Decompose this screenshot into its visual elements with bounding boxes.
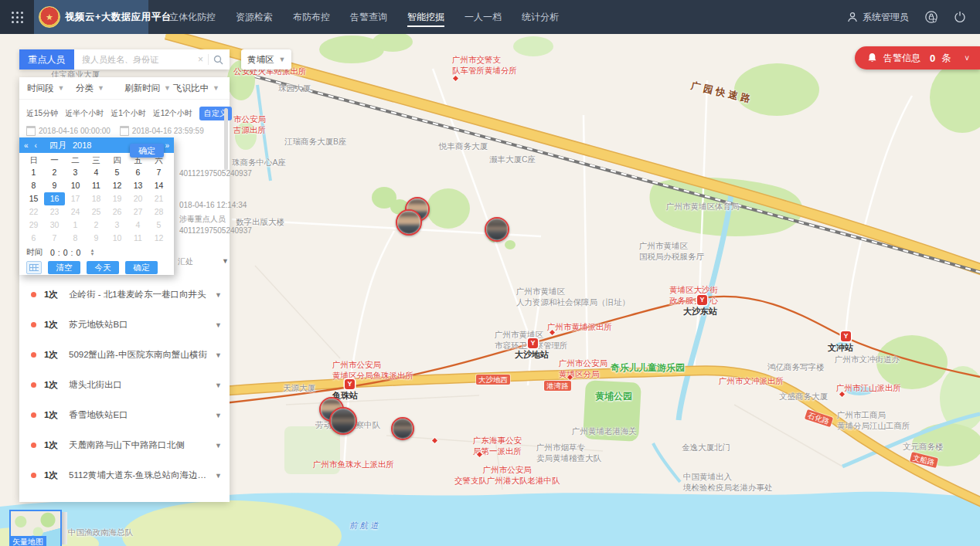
calendar-day[interactable]: 5 (148, 219, 169, 232)
filter-item[interactable]: 刷新时间▼ (124, 83, 173, 94)
calendar-day[interactable]: 25 (86, 205, 107, 219)
logout-button[interactable] (954, 11, 966, 23)
time-values[interactable]: 0:0:0 (47, 248, 83, 257)
prev-month-button[interactable]: ‹ (35, 141, 37, 150)
picker-button[interactable]: 今天 (87, 261, 119, 274)
quick-time-option[interactable]: 近1个小时 (111, 108, 146, 119)
list-item[interactable]: 1次企岭街 - 北1巷麦岭东一巷口向井头▼ (19, 280, 230, 310)
search-input[interactable] (80, 54, 193, 65)
calendar-day[interactable]: 21 (148, 192, 169, 205)
time-stepper[interactable]: ▲▼ (90, 249, 94, 256)
step-down-icon[interactable]: ▼ (90, 253, 94, 256)
calendar-day[interactable]: 10 (65, 179, 86, 192)
calendar-day[interactable]: 11 (86, 179, 107, 192)
clear-search-icon[interactable]: × (198, 54, 203, 65)
nav-item[interactable]: 布防布控 (283, 0, 340, 34)
calendar-grid-button[interactable] (26, 261, 42, 274)
calendar-day[interactable]: 26 (107, 205, 128, 219)
time-value[interactable]: 0 (73, 248, 84, 257)
calendar-day[interactable]: 3 (65, 166, 86, 179)
nav-item[interactable]: 资源检索 (226, 0, 283, 34)
person-photo-marker[interactable] (329, 407, 357, 435)
calendar-day[interactable]: 14 (148, 179, 169, 192)
chevron-down-icon[interactable]: ▼ (215, 291, 222, 299)
calendar-day[interactable]: 11 (128, 232, 148, 245)
nav-item[interactable]: 立体化防控 (159, 0, 226, 34)
calendar-day[interactable]: 1 (23, 166, 44, 179)
quick-time-option[interactable]: 近半个小时 (65, 108, 104, 119)
calendar-day[interactable]: 5 (107, 166, 128, 179)
chevron-down-icon[interactable]: ▼ (215, 321, 222, 329)
search-icon[interactable] (213, 55, 223, 65)
time-value[interactable]: 0 (60, 248, 71, 257)
calendar-day[interactable]: 1 (65, 219, 86, 232)
end-date[interactable]: 2018-04-16 23:59:59 (120, 126, 204, 136)
calendar-day[interactable]: 28 (148, 205, 169, 219)
person-photo-marker[interactable] (391, 417, 414, 440)
calendar-day[interactable]: 29 (23, 219, 44, 232)
prev-year-button[interactable]: « (24, 141, 29, 150)
calendar-day[interactable]: 4 (86, 166, 107, 179)
person-photo-marker[interactable] (485, 217, 509, 242)
nav-item[interactable]: 智能挖掘 (397, 0, 454, 34)
chevron-down-icon[interactable]: ▼ (222, 257, 229, 265)
picker-button[interactable]: 清空 (48, 261, 80, 274)
quick-time-option[interactable]: 近12个小时 (153, 108, 192, 119)
chevron-down-icon[interactable]: ▼ (215, 412, 222, 419)
app-logo[interactable]: ★ 视频云+大数据应用平台 (34, 0, 148, 34)
calendar-day[interactable]: 3 (107, 219, 128, 232)
calendar-day[interactable]: 8 (23, 179, 44, 192)
calendar-day[interactable]: 19 (107, 192, 128, 205)
calendar-month[interactable]: 四月 (49, 140, 66, 151)
list-item[interactable]: 1次香雪地铁站E口▼ (19, 400, 230, 430)
calendar-day[interactable]: 20 (128, 192, 148, 205)
time-value[interactable]: 0 (47, 248, 58, 257)
district-select[interactable]: 黄埔区 ▼ (241, 49, 291, 70)
person-photo-marker[interactable] (396, 209, 422, 236)
quick-time-option[interactable]: 近15分钟 (26, 108, 58, 119)
calendar-day[interactable]: 30 (44, 219, 65, 232)
calendar-day[interactable]: 18 (86, 192, 107, 205)
calendar-day[interactable]: 6 (23, 232, 44, 245)
nav-item[interactable]: 统计分析 (512, 0, 569, 34)
list-item[interactable]: 1次天麓南路与山下中路路口北侧▼ (19, 430, 230, 460)
calendar-year[interactable]: 2018 (73, 141, 91, 150)
app-grid-icon[interactable] (0, 0, 34, 34)
picker-button[interactable]: 确定 (125, 261, 158, 274)
chevron-down-icon[interactable]: ▼ (215, 351, 222, 359)
calendar-day[interactable]: 8 (65, 232, 86, 245)
tab-key-person[interactable]: 重点人员 (19, 49, 74, 70)
alert-info-pill[interactable]: 告警信息 0 条 ˅ (855, 46, 980, 70)
calendar-day[interactable]: 16 (44, 192, 65, 205)
calendar-day[interactable]: 2 (44, 166, 65, 179)
calendar-day[interactable]: 10 (107, 232, 128, 245)
calendar-day[interactable]: 15 (23, 192, 44, 205)
panel-scrollbar[interactable] (224, 108, 228, 170)
calendar-day[interactable]: 9 (44, 179, 65, 192)
filter-item[interactable]: 分类▼ (76, 83, 124, 94)
calendar-day[interactable]: 7 (148, 166, 169, 179)
calendar-day[interactable]: 27 (128, 205, 148, 219)
calendar-day[interactable]: 2 (86, 219, 107, 232)
list-item[interactable]: 1次苏元地铁站B口▼ (19, 310, 230, 340)
list-item[interactable]: 1次塘头北街出口▼ (19, 370, 230, 400)
nav-item[interactable]: 一人一档 (454, 0, 512, 34)
filter-item[interactable]: 飞识比中▼ (173, 83, 222, 94)
list-item[interactable]: 1次5112黄埔大道东-鱼珠总站向海边街（全）▼ (19, 460, 230, 490)
chevron-down-icon[interactable]: ▼ (215, 472, 222, 480)
calendar-day[interactable]: 7 (44, 232, 65, 245)
filter-item[interactable]: 时间段▼ (27, 83, 76, 94)
next-year-button[interactable]: » (165, 141, 169, 150)
calendar-day[interactable]: 4 (128, 219, 148, 232)
chevron-down-icon[interactable]: ▼ (215, 382, 222, 389)
calendar-day[interactable]: 23 (44, 205, 65, 219)
calendar-day[interactable]: 6 (128, 166, 148, 179)
security-settings-button[interactable] (924, 10, 938, 24)
calendar-day[interactable]: 13 (128, 179, 148, 192)
nav-item[interactable]: 告警查询 (340, 0, 397, 34)
calendar-day[interactable]: 17 (65, 192, 86, 205)
calendar-day[interactable]: 12 (148, 232, 169, 245)
calendar-day[interactable]: 12 (107, 179, 128, 192)
user-menu[interactable]: 系统管理员 (847, 11, 909, 24)
calendar-day[interactable]: 9 (86, 232, 107, 245)
